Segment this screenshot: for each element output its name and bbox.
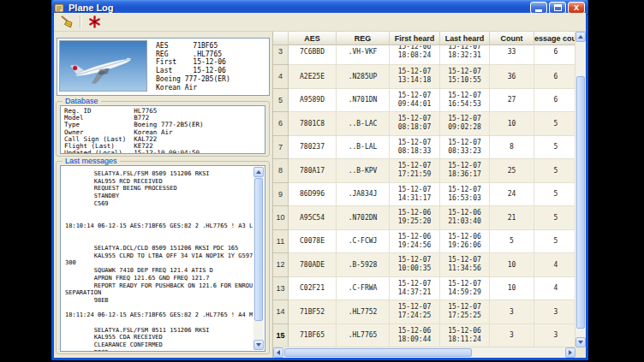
cell-first-heard: 15-12-07 10:00:35	[390, 253, 440, 277]
cell-first-heard: 15-12-06 19:25:20	[390, 206, 440, 230]
stop-button[interactable]	[84, 14, 104, 30]
arrow-down-icon	[578, 341, 583, 344]
close-icon: x	[574, 3, 579, 12]
row-number: 10	[273, 206, 289, 230]
cell-aes: 780A17	[289, 159, 337, 183]
arrow-down-icon	[256, 343, 261, 347]
table-row[interactable]: 10A95C54.N702DN15-12-06 19:25:2015-12-06…	[273, 206, 575, 230]
column-header-aes[interactable]: AES	[289, 32, 337, 45]
row-number: 15	[273, 324, 289, 348]
table-hscrollbar[interactable]	[273, 347, 575, 358]
table-row[interactable]: 11C0078E.C-FCWJ15-12-06 19:24:5615-12-06…	[273, 230, 575, 254]
close-button[interactable]: x	[568, 2, 585, 14]
cell-count: 3	[490, 324, 534, 348]
cell-aes: 780ADE	[289, 253, 337, 277]
arrow-up-icon	[256, 170, 261, 174]
row-number: 12	[273, 253, 289, 277]
column-header-first-heard[interactable]: First heard	[390, 32, 440, 45]
client-area: AES 71BF65 REG .HL7765 First 15-12-06 La…	[54, 32, 586, 358]
aircraft-info-panel: AES 71BF65 REG .HL7765 First 15-12-06 La…	[57, 38, 270, 96]
cell-last-heard: 15-12-07 11:34:56	[440, 253, 490, 277]
table-row[interactable]: 8780A17..B-KPV15-12-07 17:21:5915-12-07 …	[273, 159, 575, 183]
cell-reg: .HL7765	[337, 324, 390, 348]
cell-count: 10	[490, 112, 534, 136]
cell-first-heard: 15-12-06 18:08:24	[390, 45, 440, 65]
red-asterisk-icon	[88, 15, 101, 28]
cell-aes: C02F21	[289, 277, 337, 301]
table-row[interactable]: 1471BF52.HL775215-12-07 17:24:2515-12-07…	[273, 300, 575, 324]
maximize-button[interactable]	[549, 2, 566, 14]
cell-aes: 7801C8	[289, 112, 337, 136]
cell-last-heard: 15-12-07 15:10:55	[440, 65, 490, 89]
table-row[interactable]: 4A2E25E.N285UP15-12-07 13:14:1815-12-07 …	[273, 65, 575, 89]
row-number: 13	[273, 277, 289, 301]
column-header-count[interactable]: Count	[490, 32, 534, 45]
cell-first-heard: 15-12-07 17:24:25	[390, 300, 440, 324]
table-row[interactable]: 37C6BBD.VH-VKF15-12-06 18:08:2415-12-07 …	[273, 45, 575, 65]
cell-message-count: 5	[534, 136, 575, 160]
cell-reg: .N702DN	[337, 206, 390, 230]
scroll-thumb[interactable]	[576, 76, 585, 329]
cell-aes: 71BF52	[289, 300, 337, 324]
table-row[interactable]: 67801C8..B-LAC15-12-07 08:18:0715-12-07 …	[273, 112, 575, 136]
cell-message-count: 6	[534, 45, 575, 65]
table-row[interactable]: 5A9589D.N701DN15-12-07 09:44:0115-12-07 …	[273, 89, 575, 113]
messages-scrollbar[interactable]	[253, 167, 264, 350]
cell-first-heard: 15-12-07 14:31:17	[390, 183, 440, 207]
table-row[interactable]: 986D996.JA834J15-12-07 14:31:1715-12-07 …	[273, 183, 575, 207]
window-controls: x	[530, 2, 585, 14]
column-header-message-count[interactable]: Message count	[534, 32, 578, 45]
window-title: Plane Log	[69, 3, 530, 13]
table-row[interactable]: 13C02F21.C-FRWA15-12-07 14:37:2115-12-07…	[273, 277, 575, 301]
messages-textbox[interactable]: SELATYA.FSL/FSM 0509 151206 RKSI KAL955 …	[60, 165, 265, 352]
cell-first-heard: 15-12-07 08:18:07	[390, 112, 440, 136]
scroll-up-button[interactable]	[253, 167, 264, 177]
minimize-icon	[535, 9, 542, 12]
cell-first-heard: 15-12-07 09:44:01	[390, 89, 440, 113]
scroll-down-button[interactable]	[575, 337, 586, 347]
table-row[interactable]: 7780237..B-LAL15-12-07 08:18:3315-12-07 …	[273, 136, 575, 160]
scroll-up-button[interactable]	[575, 32, 586, 42]
cell-count: 8	[490, 136, 534, 160]
column-header-reg[interactable]: REG	[337, 32, 390, 45]
row-number: 5	[273, 89, 289, 113]
cell-first-heard: 15-12-07 13:14:18	[390, 65, 440, 89]
scroll-thumb[interactable]	[254, 178, 263, 321]
cell-message-count: 5	[534, 183, 575, 207]
scroll-thumb[interactable]	[284, 348, 472, 357]
row-number: 7	[273, 136, 289, 160]
broom-icon	[60, 15, 75, 29]
cell-count: 5	[490, 230, 534, 254]
cell-reg: .N285UP	[337, 65, 390, 89]
table-row[interactable]: 1571BF65.HL776515-12-06 18:09:4415-12-06…	[273, 324, 575, 348]
last-messages-group: Last messages SELATYA.FSL/FSM 0509 15120…	[56, 157, 270, 354]
cell-message-count: 4	[534, 253, 575, 277]
row-number: 3	[273, 45, 289, 65]
flights-table: AESREGFirst heardLast heardCountMessage …	[272, 32, 586, 358]
table-vscrollbar[interactable]	[575, 32, 586, 347]
scroll-down-button[interactable]	[253, 340, 264, 350]
cell-message-count: 6	[534, 89, 575, 113]
cell-message-count: 5	[534, 206, 575, 230]
table-row[interactable]: 12780ADE.B-592815-12-07 10:00:3515-12-07…	[273, 253, 575, 277]
cell-count: 36	[490, 65, 534, 89]
cell-last-heard: 15-12-07 18:32:31	[440, 45, 490, 65]
cell-last-heard: 15-12-06 19:26:06	[440, 230, 490, 254]
cell-count: 10	[490, 277, 534, 301]
scroll-right-button[interactable]	[565, 347, 575, 358]
row-number: 11	[273, 230, 289, 254]
cell-count: 3	[490, 300, 534, 324]
cell-count: 24	[490, 183, 534, 207]
cell-aes: 86D996	[289, 183, 337, 207]
scrollbar-corner	[575, 347, 586, 358]
table-header: AESREGFirst heardLast heardCountMessage …	[273, 32, 575, 45]
cell-message-count: 5	[534, 112, 575, 136]
messages-text: SELATYA.FSL/FSM 0509 151206 RKSI KAL955 …	[65, 170, 253, 352]
cell-last-heard: 15-12-07 08:33:23	[440, 136, 490, 160]
row-number: 14	[273, 300, 289, 324]
column-header-last-heard[interactable]: Last heard	[440, 32, 490, 45]
cell-reg: .B-5928	[337, 253, 390, 277]
scroll-left-button[interactable]	[273, 347, 283, 358]
clear-log-button[interactable]	[57, 14, 77, 30]
minimize-button[interactable]	[530, 2, 547, 14]
